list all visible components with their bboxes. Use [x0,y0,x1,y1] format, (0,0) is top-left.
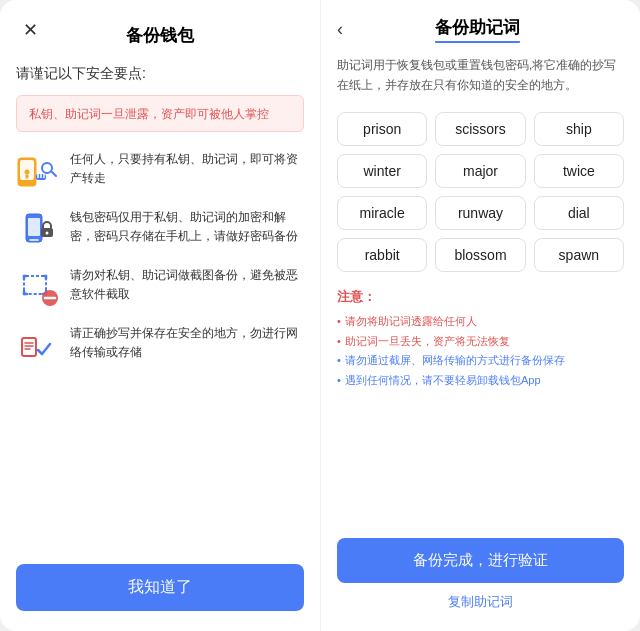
svg-point-14 [46,232,49,235]
notes-list: 请勿将助记词透露给任何人助记词一旦丢失，资产将无法恢复请勿通过截屏、网络传输的方… [337,312,624,391]
security-text-4: 请正确抄写并保存在安全的地方，勿进行网络传输或存储 [70,324,304,362]
acknowledge-button[interactable]: 我知道了 [16,564,304,611]
security-item-3: 请勿对私钥、助记词做截图备份，避免被恶意软件截取 [16,266,304,310]
svg-rect-15 [24,276,46,294]
safe-copy-icon [16,324,60,368]
mnemonic-word-8: runway [435,196,525,230]
note-item-3: 请勿通过截屏、网络传输的方式进行备份保存 [337,351,624,371]
svg-line-5 [52,172,56,176]
left-panel: ✕ 备份钱包 请谨记以下安全要点: 私钥、助记词一旦泄露，资产即可被他人掌控 [0,0,320,631]
mnemonic-word-1: prison [337,112,427,146]
svg-rect-3 [26,175,29,179]
security-item-4: 请正确抄写并保存在安全的地方，勿进行网络传输或存储 [16,324,304,368]
screenshot-ban-icon [16,266,60,310]
right-title-wrapper: 备份助记词 [351,16,624,43]
mnemonic-word-4: winter [337,154,427,188]
svg-rect-11 [28,218,40,236]
note-item-4: 遇到任何情况，请不要轻易卸载钱包App [337,371,624,391]
phone-lock-icon [16,208,60,252]
left-subtitle: 请谨记以下安全要点: [16,65,304,83]
security-item-1: 任何人，只要持有私钥、助记词，即可将资产转走 [16,150,304,194]
notes-title: 注意： [337,288,624,306]
mnemonic-word-3: ship [534,112,624,146]
key-phone-icon [16,150,60,194]
left-title: 备份钱包 [126,24,194,47]
notes-section: 注意： 请勿将助记词透露给任何人助记词一旦丢失，资产将无法恢复请勿通过截屏、网络… [337,288,624,391]
mnemonic-grid: prisonscissorsshipwintermajortwicemiracl… [337,112,624,272]
mnemonic-word-9: dial [534,196,624,230]
security-list: 任何人，只要持有私钥、助记词，即可将资产转走 钱包密码仅用于私钥、助记词的加密和… [16,150,304,554]
mnemonic-word-7: miracle [337,196,427,230]
security-text-1: 任何人，只要持有私钥、助记词，即可将资产转走 [70,150,304,188]
right-panel: ‹ 备份助记词 助记词用于恢复钱包或重置钱包密码,将它准确的抄写在纸上，并存放在… [320,0,640,631]
svg-point-2 [25,170,30,175]
mnemonic-word-6: twice [534,154,624,188]
right-bottom: 备份完成，进行验证 复制助记词 [337,538,624,611]
mnemonic-word-2: scissors [435,112,525,146]
right-description: 助记词用于恢复钱包或重置钱包密码,将它准确的抄写在纸上，并存放在只有你知道的安全… [337,55,624,96]
mnemonic-word-12: spawn [534,238,624,272]
right-title: 备份助记词 [435,16,520,43]
mnemonic-word-10: rabbit [337,238,427,272]
copy-mnemonic-link[interactable]: 复制助记词 [448,593,513,611]
security-text-3: 请勿对私钥、助记词做截图备份，避免被恶意软件截取 [70,266,304,304]
warning-text: 私钥、助记词一旦泄露，资产即可被他人掌控 [29,107,269,121]
right-header: ‹ 备份助记词 [337,16,624,43]
close-button[interactable]: ✕ [16,16,44,44]
note-item-1: 请勿将助记词透露给任何人 [337,312,624,332]
svg-point-4 [42,163,52,173]
note-item-2: 助记词一旦丢失，资产将无法恢复 [337,332,624,352]
mnemonic-word-11: blossom [435,238,525,272]
svg-rect-26 [22,338,36,356]
verify-button[interactable]: 备份完成，进行验证 [337,538,624,583]
mnemonic-word-5: major [435,154,525,188]
back-button[interactable]: ‹ [337,19,343,40]
warning-box: 私钥、助记词一旦泄露，资产即可被他人掌控 [16,95,304,132]
security-item-2: 钱包密码仅用于私钥、助记词的加密和解密，密码只存储在手机上，请做好密码备份 [16,208,304,252]
security-text-2: 钱包密码仅用于私钥、助记词的加密和解密，密码只存储在手机上，请做好密码备份 [70,208,304,246]
